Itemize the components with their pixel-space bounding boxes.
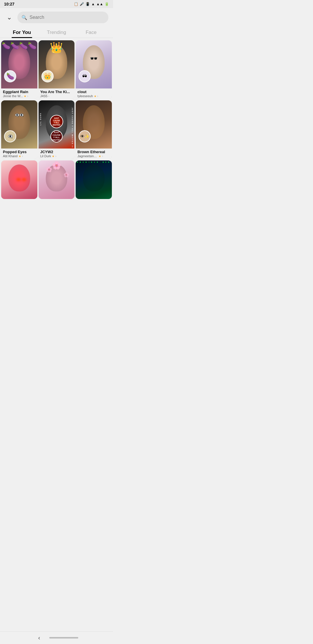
star-icon-6: ★ [99,155,101,158]
card-info-2: You Are The Ki... J4S5 › [39,88,75,99]
card-info-1: Eggplant Rain Jinnie the W... ★ › [1,88,37,99]
card-you-are-the-king[interactable]: 👑 👑 You Are The Ki... J4S5 › [39,40,75,99]
card-author-4: Atit Kharel ★ › [3,154,36,158]
tab-for-you[interactable]: For You [5,27,39,38]
status-time: 10:27 [4,2,14,6]
card-info-5: JCYW2 Lil Durk ★ › [39,149,75,159]
card-title-4: Popped Eyes [3,150,36,154]
card-brown-ethereal[interactable]: 👁✨ Brown Ethereal Jagmeetsing... ★ › [76,100,112,159]
jcyw-text-right: JUST CAUSE Y'ALL WAITED II [72,108,73,148]
chevron-down-icon: ⌄ [7,14,12,21]
search-input[interactable] [30,15,104,20]
star-icon-3: ★ [94,95,97,98]
status-icons: 📋 🎤 📳 ▲ ▲▲ 🔋 [74,2,109,6]
back-button[interactable]: ⌄ [5,13,14,22]
header: ⌄ 🔍 [0,8,113,26]
avatar-jcyw2: JUST CAUSE Y'ALL WAITED [50,130,63,142]
blossom-overlay: 🌸 [52,161,61,170]
search-icon: 🔍 [21,15,27,20]
card-cherry-blossom[interactable]: 🌸 🌸 🌸 [39,160,75,199]
glasses-overlay: 🕶️ [90,55,98,62]
blossom-overlay-2: 🌸 [46,166,52,173]
card-popped-eyes[interactable]: 👁‍🗨👁‍🗨 👁‍🗨 Popped Eyes Atit Kharel ★ › [1,100,37,159]
battery-icon: 🔋 [105,2,109,6]
jcyw-text-left: LIL DURK [40,113,41,125]
wifi-icon: ▲ [91,2,95,6]
card-info-6: Brown Ethereal Jagmeetsing... ★ › [76,149,112,159]
card-info-4: Popped Eyes Atit Kharel ★ › [1,149,37,159]
arrow-icon-1: › [27,95,28,98]
arrow-icon-2: › [48,95,49,98]
arrow-icon-5: › [55,155,56,158]
signal-icon: ▲▲ [96,2,103,6]
status-bar: 10:27 📋 🎤 📳 ▲ ▲▲ 🔋 [0,0,113,8]
red-eye-right [21,178,27,181]
card-author-3: tyleeseeuh ★ › [77,94,110,98]
avatar-you-are-the-king: 👑 [41,70,54,82]
card-matrix[interactable] [76,160,112,199]
matrix-grid [76,160,112,199]
card-author-2: J4S5 › [40,94,73,98]
card-title-5: JCYW2 [40,150,73,154]
card-jcyw2[interactable]: LIL DURK JUST CAUSE Y'ALL WAITED II JUST… [39,100,75,159]
eggplant-overlay: 🍆🍆🍆🍆 [1,40,37,59]
clipboard-icon: 📋 [74,2,78,6]
card-title-6: Brown Ethereal [77,150,110,154]
card-info-3: clout tyleeseeuh ★ › [76,88,112,99]
mic-icon: 🎤 [80,2,84,6]
blossom-overlay-3: 🌸 [63,172,69,178]
crown-overlay: 👑 [50,41,63,54]
filter-grid: 🍆🍆🍆🍆 🍆 Eggplant Rain Jinnie the W... ★ ›… [0,38,113,200]
search-bar[interactable]: 🔍 [17,12,108,23]
card-title-2: You Are The Ki... [40,90,73,94]
jcyw-disc: JUST CAUSE Y'ALL WAITED [50,115,63,128]
card-author-1: Jinnie the W... ★ › [3,94,36,98]
tab-trending[interactable]: Trending [39,27,74,38]
arrow-icon-3: › [97,95,98,98]
arrow-icon-4: › [22,155,23,158]
card-red-glow[interactable] [1,160,37,199]
avatar-eggplant-rain: 🍆 [4,70,16,82]
card-title-3: clout [77,90,110,94]
tab-bar: For You Trending Face [0,27,113,38]
card-eggplant-rain[interactable]: 🍆🍆🍆🍆 🍆 Eggplant Rain Jinnie the W... ★ › [1,40,37,99]
star-icon-1: ★ [24,95,26,98]
vibrate-icon: 📳 [85,2,90,6]
card-author-5: Lil Durk ★ › [40,154,73,158]
card-title-1: Eggplant Rain [3,90,36,94]
star-icon-5: ★ [52,155,54,158]
card-clout[interactable]: 🕶️ 🕶 clout tyleeseeuh ★ › [76,40,112,99]
stitches-text: 👁‍🗨👁‍🗨 [15,113,23,117]
star-icon-4: ★ [19,155,21,158]
tab-face[interactable]: Face [74,27,108,38]
arrow-icon-6: › [102,155,103,158]
card-author-6: Jagmeetsing... ★ › [77,154,110,158]
